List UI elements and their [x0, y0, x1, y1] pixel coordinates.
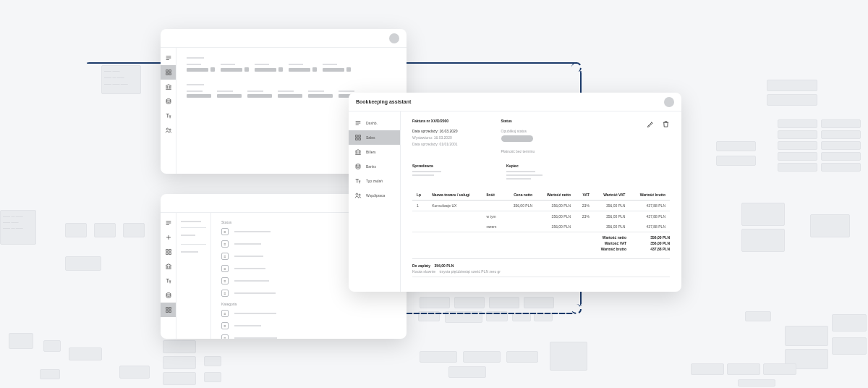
- bg-flow-node: [65, 256, 101, 271]
- form-field[interactable]: [247, 90, 272, 98]
- tt-icon: [165, 277, 172, 284]
- edit-icon[interactable]: [647, 120, 655, 128]
- bg-flow-text: —— —— ——: [104, 82, 128, 87]
- table-header-cell: Cena netto: [504, 190, 537, 201]
- field-value: [217, 94, 242, 98]
- field-label: [247, 90, 263, 92]
- people-icon: [165, 127, 172, 134]
- form-field[interactable]: [255, 64, 283, 72]
- rail-item-grid[interactable]: [161, 245, 176, 259]
- checkbox-icon: ≡: [221, 334, 229, 339]
- sidebar-item-dashb.[interactable]: Dashb.: [349, 116, 400, 130]
- bg-flow-node: [767, 80, 817, 91]
- rail-item-lines[interactable]: [161, 51, 176, 65]
- list-item[interactable]: ≡: [221, 310, 396, 317]
- table-cell: 23%: [575, 211, 594, 222]
- bg-flow-node: [778, 141, 817, 150]
- buyer-head: Kupiec: [506, 164, 542, 168]
- bg-flow-node: [9, 333, 33, 349]
- rail-item-people[interactable]: [161, 123, 176, 138]
- delete-icon[interactable]: [662, 120, 670, 128]
- form-field[interactable]: [221, 64, 249, 72]
- buyer-block: Kupiec: [506, 164, 542, 180]
- rail-item-bank[interactable]: [161, 259, 176, 274]
- sidebar-item-banks[interactable]: Banks: [349, 159, 400, 174]
- rail-item-grid[interactable]: [161, 65, 176, 80]
- sidebar-item-label: Banks: [366, 164, 376, 169]
- form-field[interactable]: [187, 90, 211, 98]
- sidebar-item-typ-zadań[interactable]: Typ zadań: [349, 174, 400, 188]
- field-label: [221, 64, 235, 65]
- checkbox-icon: ≡: [221, 277, 229, 284]
- rail-item-coins[interactable]: [161, 94, 176, 109]
- rail-item-bank[interactable]: [161, 80, 176, 94]
- field-value: [247, 94, 272, 98]
- rail-item-plus[interactable]: [161, 230, 176, 245]
- bg-flow-node: [778, 130, 817, 139]
- lines-icon: [165, 219, 172, 227]
- field-label: [289, 64, 303, 65]
- form-field[interactable]: [278, 90, 302, 98]
- form-field[interactable]: [187, 64, 215, 72]
- rail-item-tt[interactable]: [161, 109, 176, 123]
- table-cell: 356,00 PLN: [594, 222, 630, 232]
- sidebar-item-sales[interactable]: Sales: [349, 130, 400, 145]
- summary-value: 356,00 PLN: [639, 235, 670, 240]
- invoice-content: Faktura nr XX/D/2000 Data sprzedaży: 16.…: [401, 111, 681, 292]
- table-cell: Konsultacje UX: [427, 201, 482, 211]
- svg-point-4: [166, 99, 171, 101]
- sidebar-item-billers[interactable]: Billers: [349, 145, 400, 159]
- svg-rect-2: [166, 73, 168, 75]
- table-cell: 356,00 PLN: [594, 201, 630, 211]
- summary-value: 437,88 PLN: [639, 247, 670, 251]
- list-item-label: [234, 231, 271, 232]
- bg-flow-node: [94, 223, 116, 237]
- list-item[interactable]: ≡: [221, 334, 396, 339]
- sidebar-item-współpraca[interactable]: Współpraca: [349, 188, 400, 203]
- bg-flow-node: [463, 351, 501, 363]
- lines-icon: [354, 119, 362, 127]
- dropdown-icon: [312, 67, 317, 72]
- coins-icon: [165, 292, 172, 299]
- table-cell: 437,88 PLN: [629, 222, 670, 232]
- field-label: [255, 64, 269, 65]
- bg-flow-text: —— — ——: [3, 214, 23, 219]
- form-field[interactable]: [217, 90, 242, 98]
- rail-item-coins[interactable]: [161, 288, 176, 303]
- list-item[interactable]: ≡: [221, 322, 396, 329]
- svg-rect-14: [166, 311, 168, 313]
- sidebar-item-label: Sales: [366, 135, 375, 140]
- form-field[interactable]: [323, 64, 351, 72]
- bg-flow-node: [778, 119, 817, 128]
- svg-point-6: [169, 129, 171, 130]
- list-item-label: [234, 313, 276, 314]
- field-value: [221, 68, 242, 72]
- seller-head: Sprzedawca: [412, 164, 441, 168]
- people-icon: [354, 192, 362, 199]
- field-label: [187, 90, 203, 92]
- checkbox-icon: ≡: [221, 265, 229, 272]
- table-cell: 1: [412, 201, 427, 211]
- svg-rect-18: [356, 138, 358, 140]
- sidebar-item-label: Billers: [366, 150, 376, 154]
- bank-icon: [165, 263, 172, 270]
- table-header-cell: Nazwa towaru / usługi: [427, 190, 482, 201]
- checkbox-icon: ≡: [221, 240, 229, 248]
- bg-flow-node: [738, 379, 775, 387]
- window-invoice-titlebar: Bookkeeping assistant: [349, 93, 681, 111]
- table-cell: 356,00 PLN: [594, 211, 630, 222]
- list-item-label: [234, 292, 276, 294]
- form-field[interactable]: [308, 90, 333, 98]
- rail-item-lines[interactable]: [161, 216, 176, 230]
- svg-rect-19: [359, 138, 361, 140]
- checkbox-icon: ≡: [221, 310, 229, 317]
- svg-rect-16: [356, 135, 358, 138]
- form-field[interactable]: [289, 64, 317, 72]
- bg-flow-node: [506, 351, 538, 363]
- bg-flow-node: [745, 311, 771, 321]
- bg-flow-node: [785, 326, 828, 346]
- invoice-status-col: Status Opublikuj status Płatność bez ter…: [501, 119, 535, 153]
- rail-item-grid[interactable]: [161, 303, 176, 317]
- rail-item-tt[interactable]: [161, 274, 176, 288]
- table-cell: [412, 211, 427, 222]
